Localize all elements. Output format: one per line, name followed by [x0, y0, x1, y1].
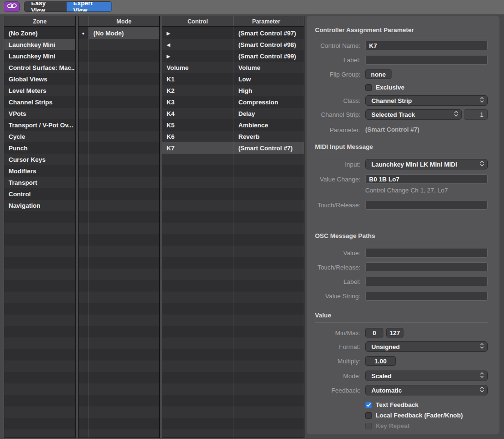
mode-row-empty — [78, 234, 159, 246]
assignment-row[interactable]: K7(Smart Control #7) — [162, 142, 304, 154]
text-feedback-checkbox[interactable] — [365, 402, 372, 408]
assignment-row-empty — [162, 292, 304, 303]
mode-row-empty — [78, 39, 159, 50]
assignment-row-empty — [162, 418, 304, 429]
zone-row-empty — [4, 211, 75, 223]
assignment-row[interactable]: K4Delay — [162, 108, 304, 119]
zone-row[interactable]: Transport / V-Pot Ov... — [4, 119, 75, 131]
channel-strip-number-field[interactable]: 1 — [464, 109, 488, 120]
zone-row-empty — [4, 315, 75, 326]
zone-row[interactable]: Level Meters — [4, 85, 75, 96]
osc-value-input[interactable] — [365, 248, 488, 258]
osc-value-string-input[interactable] — [365, 291, 488, 301]
zone-row[interactable]: Navigation — [4, 200, 75, 211]
assignment-row-empty — [162, 406, 304, 418]
tab-easy-view[interactable]: Easy View — [24, 2, 66, 11]
assignment-row[interactable]: ▶(Smart Control #97) — [162, 27, 304, 39]
assignment-row[interactable]: ▶(Smart Control #99) — [162, 50, 304, 62]
zone-row[interactable]: Control — [4, 188, 75, 200]
bullet-icon — [78, 349, 89, 360]
bullet-icon — [78, 429, 89, 438]
input-dropdown[interactable]: Launchkey Mini LK Mini MIDI — [365, 159, 488, 169]
tab-expert-view[interactable]: Expert View — [66, 2, 112, 11]
checkbox-label: Text Feedback — [376, 400, 418, 410]
zone-row-empty — [4, 326, 75, 338]
osc-label-input[interactable] — [365, 277, 488, 286]
mode-row-empty — [78, 165, 159, 177]
channel-strip-dropdown[interactable]: Selected Track — [365, 109, 462, 120]
exclusive-checkbox[interactable] — [365, 84, 372, 91]
zone-row[interactable]: Transport — [4, 177, 75, 188]
midi-touch-release-input[interactable] — [365, 200, 488, 210]
mode-dropdown[interactable]: Scaled — [365, 371, 488, 381]
zone-row-empty — [4, 429, 75, 438]
assignment-row-empty — [162, 383, 304, 395]
mode-row-empty — [78, 211, 159, 223]
feedback-label: Feedback: — [307, 385, 360, 396]
bullet-icon — [78, 257, 89, 269]
checkbox-label: Local Feedback (Fader/Knob) — [376, 411, 463, 420]
assignment-row[interactable]: ◀(Smart Control #98) — [162, 39, 304, 50]
flip-group-stepper[interactable]: none — [365, 69, 392, 79]
parameter-column-header: Parameter — [234, 16, 299, 26]
section-title-value: Value — [315, 312, 488, 319]
mode-row-empty — [78, 406, 159, 418]
mode-row-empty — [78, 50, 159, 62]
bullet-icon — [78, 154, 89, 165]
input-label: Input: — [307, 159, 360, 170]
mode-row[interactable]: •(No Mode) — [78, 27, 159, 39]
max-value-field[interactable]: 127 — [386, 328, 403, 338]
zone-row[interactable]: Punch — [4, 142, 75, 154]
link-button[interactable] — [4, 1, 20, 12]
zone-row[interactable]: Cycle — [4, 131, 75, 142]
assignment-row[interactable]: VolumeVolume — [162, 62, 304, 73]
zone-row-empty — [4, 418, 75, 429]
zone-column-header: Zone — [4, 16, 75, 27]
local-feedback-fader-knob-checkbox[interactable] — [365, 412, 372, 419]
assignment-row[interactable]: K6Reverb — [162, 131, 304, 142]
bullet-icon — [78, 383, 89, 395]
mode-row-empty — [78, 383, 159, 395]
assignment-list: ▶(Smart Control #97)◀(Smart Control #98)… — [162, 27, 304, 438]
zone-row[interactable]: (No Zone) — [4, 27, 75, 39]
feedback-dropdown[interactable]: Automatic — [365, 385, 488, 395]
controller-assignments-window: Easy View Expert View Zone (No Zone)Laun… — [0, 0, 504, 439]
mode-row-empty — [78, 73, 159, 85]
mode-label: Mode: — [307, 371, 360, 382]
mode-row-empty — [78, 177, 159, 188]
bullet-icon — [78, 96, 89, 108]
play-left-triangle-icon: ◀ — [167, 42, 170, 47]
min-value-field[interactable]: 0 — [365, 328, 383, 338]
class-dropdown[interactable]: Channel Strip — [365, 95, 488, 106]
zone-row[interactable]: Launchkey Mini — [4, 50, 75, 62]
osc-touch-release-label: Touch/Release: — [307, 262, 360, 272]
assignment-row[interactable]: K3Compression — [162, 96, 304, 108]
value-change-input[interactable] — [365, 174, 488, 184]
assignment-row[interactable]: K5Ambience — [162, 119, 304, 131]
assignment-row-empty — [162, 257, 304, 269]
assignment-row-empty — [162, 269, 304, 280]
format-dropdown[interactable]: Unsigned — [365, 341, 488, 352]
bullet-icon — [78, 292, 89, 303]
assignment-row-empty — [162, 177, 304, 188]
multiply-field[interactable]: 1.00 — [365, 356, 396, 366]
mode-row-empty — [78, 315, 159, 326]
zone-row[interactable]: Channel Strips — [4, 96, 75, 108]
chevron-up-down-icon — [480, 372, 484, 380]
zone-row[interactable]: Cursor Keys — [4, 154, 75, 165]
checkbox-label: Key Repeat — [376, 421, 410, 431]
zone-row-empty — [4, 383, 75, 395]
zone-row[interactable]: Launchkey Mini — [4, 39, 75, 50]
chevron-up-down-icon — [480, 343, 484, 350]
osc-touch-release-input[interactable] — [365, 262, 488, 272]
label-input[interactable] — [365, 55, 488, 65]
assignment-row[interactable]: K2High — [162, 85, 304, 96]
zone-row[interactable]: Control Surface: Mac... — [4, 62, 75, 73]
zone-row[interactable]: VPots — [4, 108, 75, 119]
control-name-input[interactable] — [365, 41, 488, 50]
mode-row-empty — [78, 188, 159, 200]
zone-row[interactable]: Modifiers — [4, 165, 75, 177]
assignment-row[interactable]: K1Low — [162, 73, 304, 85]
zone-row[interactable]: Global Views — [4, 73, 75, 85]
bullet-icon — [78, 315, 89, 326]
